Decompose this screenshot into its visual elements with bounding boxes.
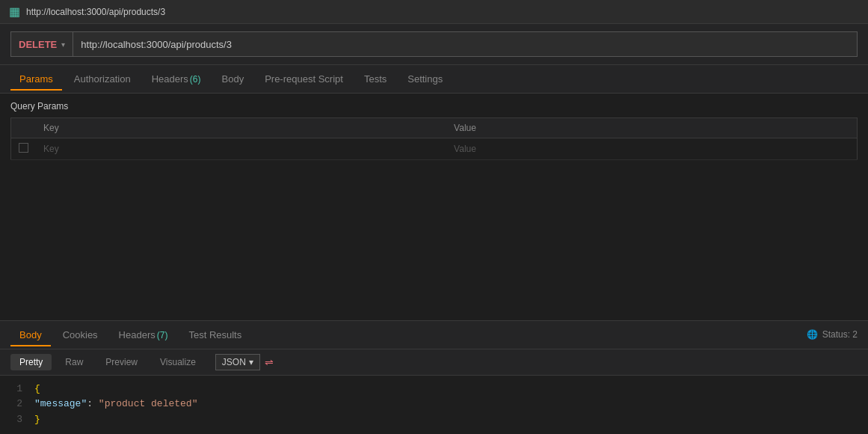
title-bar-url: http://localhost:3000/api/products/3: [26, 7, 165, 17]
title-bar: ▦ http://localhost:3000/api/products/3: [0, 0, 868, 24]
globe-icon: 🌐: [807, 329, 818, 340]
format-visualize-button[interactable]: Visualize: [151, 354, 205, 370]
response-tab-cookies[interactable]: Cookies: [54, 323, 107, 346]
code-content: "message": "product deleted": [34, 397, 197, 412]
line-number: 2: [10, 397, 22, 412]
line-number: 3: [10, 412, 22, 428]
format-pretty-button[interactable]: Pretty: [10, 354, 52, 370]
code-area: 1 { 2 "message": "product deleted" 3 }: [0, 376, 868, 434]
status-text: Status: 2: [822, 329, 858, 340]
key-cell[interactable]: Key: [36, 138, 446, 160]
chevron-down-icon: ▾: [249, 357, 253, 367]
response-section: Body Cookies Headers(7) Test Results 🌐 S…: [0, 320, 868, 434]
tab-pre-request-script[interactable]: Pre-request Script: [256, 67, 352, 91]
tab-params[interactable]: Params: [10, 67, 62, 91]
response-toolbar: Pretty Raw Preview Visualize JSON ▾ ⇌: [0, 349, 868, 376]
response-tab-body[interactable]: Body: [10, 323, 51, 346]
checkbox-header: [11, 118, 37, 138]
tab-icon: ▦: [9, 4, 20, 19]
format-preview-button[interactable]: Preview: [96, 354, 147, 370]
code-content: }: [34, 412, 40, 428]
tab-authorization[interactable]: Authorization: [65, 67, 140, 91]
main-content: [0, 168, 868, 329]
value-header: Value: [446, 118, 857, 138]
json-format-selector[interactable]: JSON ▾: [215, 354, 260, 370]
code-line-2: 2 "message": "product deleted": [10, 397, 858, 412]
filter-icon[interactable]: ⇌: [265, 356, 274, 368]
json-label: JSON: [222, 357, 246, 367]
url-input[interactable]: [73, 31, 858, 57]
method-selector[interactable]: DELETE ▾: [10, 31, 73, 57]
code-line-1: 1 {: [10, 382, 858, 397]
table-row: Key Value: [11, 138, 858, 160]
response-tab-test-results[interactable]: Test Results: [179, 323, 250, 346]
code-line-3: 3 }: [10, 412, 858, 428]
line-number: 1: [10, 382, 22, 397]
tab-body[interactable]: Body: [213, 67, 253, 91]
status-area: 🌐 Status: 2: [807, 329, 858, 340]
code-content: {: [34, 382, 40, 397]
tab-headers[interactable]: Headers(6): [143, 67, 210, 91]
params-table: Key Value Key Value: [10, 117, 858, 160]
request-bar: DELETE ▾: [0, 24, 868, 65]
tab-tests[interactable]: Tests: [355, 67, 395, 91]
response-tab-headers[interactable]: Headers(7): [110, 323, 177, 346]
value-cell[interactable]: Value: [446, 138, 857, 160]
row-checkbox[interactable]: [19, 143, 28, 153]
tab-settings[interactable]: Settings: [398, 67, 452, 91]
response-tabs-row: Body Cookies Headers(7) Test Results 🌐 S…: [0, 321, 868, 349]
format-raw-button[interactable]: Raw: [56, 354, 92, 370]
method-label: DELETE: [19, 39, 57, 50]
section-title: Query Params: [10, 101, 858, 111]
key-header: Key: [36, 118, 446, 138]
chevron-down-icon: ▾: [61, 40, 65, 49]
request-tabs-row: Params Authorization Headers(6) Body Pre…: [0, 65, 868, 94]
query-params-section: Query Params Key Value Key Value: [0, 94, 868, 168]
